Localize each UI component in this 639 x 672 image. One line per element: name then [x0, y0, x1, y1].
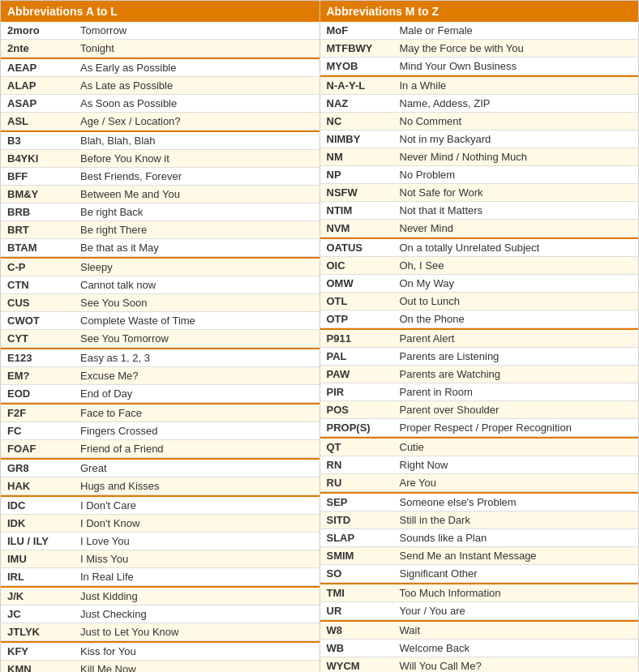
meaning-cell: Sounds like a Plan	[393, 529, 639, 546]
abbr-cell: W8	[320, 622, 393, 639]
table-row: N-A-Y-LIn a While	[320, 75, 639, 95]
meaning-cell: Just Checking	[74, 606, 320, 623]
meaning-cell: Be that as it May	[74, 239, 320, 256]
abbr-cell: NIMBY	[320, 131, 393, 148]
table-row: ASAPAs Soon as Possible	[1, 95, 320, 113]
abbr-cell: GR8	[1, 460, 74, 477]
abbr-cell: RN	[320, 456, 393, 473]
abbr-cell: ASL	[1, 113, 74, 130]
table-row: CYTSee You Tomorrow	[1, 330, 320, 348]
table-row: B4YKIBefore You Know it	[1, 150, 320, 168]
abbr-cell: OMW	[320, 275, 393, 292]
abbr-cell: JTLYK	[1, 623, 74, 640]
abbr-cell: 2nte	[1, 40, 74, 57]
abbr-cell: BFF	[1, 168, 74, 185]
table-row: IMUI Miss You	[1, 550, 320, 568]
meaning-cell: As Late as Possible	[74, 77, 320, 94]
table-row: CWOTComplete Waste of Time	[1, 312, 320, 330]
table-row: JTLYKJust to Let You Know	[1, 623, 320, 641]
left-column-header: Abbreviations A to L	[1, 1, 320, 22]
abbr-cell: RU	[320, 474, 393, 491]
meaning-cell: Welcome Back	[393, 640, 639, 657]
abbr-cell: QT	[320, 439, 393, 456]
abbr-cell: CWOT	[1, 312, 74, 329]
table-row: SITDStill in the Dark	[320, 511, 639, 529]
abbr-cell: NAZ	[320, 95, 393, 112]
meaning-cell: Cannot talk now	[74, 276, 320, 293]
abbr-cell: JC	[1, 606, 74, 623]
abbr-cell: IDC	[1, 497, 74, 514]
table-row: WYCMWill You Call Me?	[320, 657, 639, 672]
meaning-cell: Out to Lunch	[393, 293, 639, 310]
right-column-header: Abbreviations M to Z	[320, 1, 639, 22]
table-row: HAKHugs and Kisses	[1, 477, 320, 495]
meaning-cell: On the Phone	[393, 310, 639, 327]
abbr-cell: IDK	[1, 515, 74, 532]
abbr-cell: CTN	[1, 276, 74, 293]
abbr-cell: PROP(S)	[320, 419, 393, 436]
abbr-cell: OIC	[320, 257, 393, 274]
table-row: NMNever Mind / Nothing Much	[320, 148, 639, 166]
abbr-cell: POS	[320, 401, 393, 418]
table-row: J/KJust Kidding	[1, 586, 320, 606]
abbr-cell: MYOB	[320, 58, 393, 75]
meaning-cell: Be right There	[74, 221, 320, 238]
meaning-cell: I Don't Know	[74, 515, 320, 532]
meaning-cell: Mind Your Own Business	[393, 58, 639, 75]
table-row: EODEnd of Day	[1, 385, 320, 403]
meaning-cell: Male or Female	[393, 22, 639, 39]
table-row: PROP(S)Proper Respect / Proper Recogniti…	[320, 419, 639, 437]
meaning-cell: Between Me and You	[74, 186, 320, 203]
meaning-cell: Easy as 1, 2, 3	[74, 349, 320, 366]
meaning-cell: On My Way	[393, 275, 639, 292]
abbr-cell: WYCM	[320, 657, 393, 672]
table-row: B3Blah, Blah, Blah	[1, 131, 320, 150]
abbr-cell: TMI	[320, 584, 393, 601]
abbr-cell: BTAM	[1, 239, 74, 256]
abbr-cell: NSFW	[320, 184, 393, 201]
meaning-cell: Cutie	[393, 439, 639, 456]
meaning-cell: May the Force be with You	[393, 40, 639, 57]
abbr-cell: SO	[320, 565, 393, 582]
table-row: FOAFFriend of a Friend	[1, 440, 320, 458]
meaning-cell: Sleepy	[74, 259, 320, 276]
table-row: SLAPSounds like a Plan	[320, 529, 639, 547]
table-row: KMNKill Me Now	[1, 661, 320, 672]
table-row: W8Wait	[320, 620, 639, 640]
abbr-cell: IRL	[1, 568, 74, 585]
meaning-cell: As Soon as Possible	[74, 95, 320, 112]
main-container: Abbreviations A to L 2moroTomorrow2nteTo…	[0, 0, 639, 672]
table-row: ALAPAs Late as Possible	[1, 77, 320, 95]
meaning-cell: Are You	[393, 474, 639, 491]
abbr-cell: SLAP	[320, 529, 393, 546]
table-row: NVMNever Mind	[320, 220, 639, 238]
meaning-cell: Send Me an Instant Message	[393, 547, 639, 564]
abbr-cell: EOD	[1, 385, 74, 402]
abbr-cell: EM?	[1, 367, 74, 384]
meaning-cell: Fingers Crossed	[74, 422, 320, 439]
abbr-cell: N-A-Y-L	[320, 77, 393, 94]
table-row: OATUSOn a totally Unrelated Subject	[320, 238, 639, 257]
abbr-cell: NP	[320, 166, 393, 183]
table-row: KFYKiss for You	[1, 641, 320, 661]
meaning-cell: Kill Me Now	[74, 661, 320, 672]
meaning-cell: Before You Know it	[74, 150, 320, 167]
abbr-cell: CYT	[1, 330, 74, 347]
meaning-cell: Wait	[393, 622, 639, 639]
meaning-cell: Just Kidding	[74, 588, 320, 605]
abbr-cell: OATUS	[320, 239, 393, 256]
meaning-cell: In Real Life	[74, 568, 320, 585]
abbr-cell: HAK	[1, 477, 74, 494]
abbr-cell: E123	[1, 349, 74, 366]
abbr-cell: OTP	[320, 310, 393, 327]
table-row: SOSignificant Other	[320, 565, 639, 583]
meaning-cell: Name, Addess, ZIP	[393, 95, 639, 112]
abbr-cell: C-P	[1, 259, 74, 276]
abbr-cell: SMIM	[320, 547, 393, 564]
table-row: ASLAge / Sex / Location?	[1, 113, 320, 131]
abbr-cell: KFY	[1, 643, 74, 660]
meaning-cell: Parent Alert	[393, 330, 639, 347]
abbr-cell: B3	[1, 132, 74, 149]
table-row: ILU / ILYI Love You	[1, 533, 320, 550]
table-row: WBWelcome Back	[320, 640, 639, 657]
